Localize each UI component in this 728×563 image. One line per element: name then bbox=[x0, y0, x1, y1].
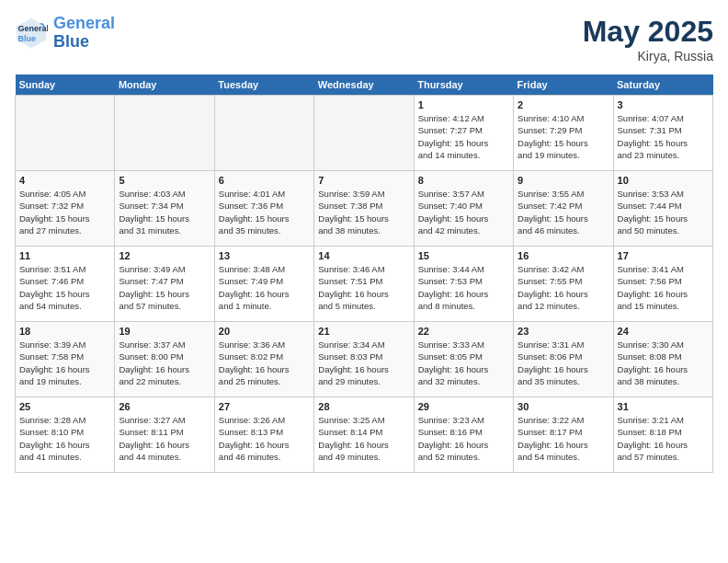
day-number: 14 bbox=[318, 250, 409, 261]
day-info: Sunrise: 4:05 AM Sunset: 7:32 PM Dayligh… bbox=[19, 188, 110, 236]
weekday-header-saturday: Saturday bbox=[613, 75, 712, 96]
day-info: Sunrise: 3:44 AM Sunset: 7:53 PM Dayligh… bbox=[418, 263, 509, 312]
day-info: Sunrise: 3:22 AM Sunset: 8:17 PM Dayligh… bbox=[518, 414, 609, 463]
calendar-cell: 5Sunrise: 4:03 AM Sunset: 7:34 PM Daylig… bbox=[115, 171, 214, 247]
location: Kirya, Russia bbox=[583, 49, 713, 63]
day-number: 21 bbox=[318, 326, 409, 337]
day-info: Sunrise: 3:53 AM Sunset: 7:44 PM Dayligh… bbox=[618, 188, 709, 236]
day-number: 18 bbox=[19, 326, 110, 337]
day-number: 22 bbox=[418, 326, 509, 337]
day-number: 17 bbox=[618, 250, 709, 261]
day-number: 29 bbox=[418, 401, 509, 412]
day-info: Sunrise: 3:57 AM Sunset: 7:40 PM Dayligh… bbox=[418, 188, 509, 236]
day-info: Sunrise: 3:41 AM Sunset: 7:56 PM Dayligh… bbox=[618, 263, 709, 312]
weekday-header-monday: Monday bbox=[115, 75, 214, 96]
day-info: Sunrise: 3:28 AM Sunset: 8:10 PM Dayligh… bbox=[19, 414, 110, 463]
day-info: Sunrise: 3:59 AM Sunset: 7:38 PM Dayligh… bbox=[318, 188, 409, 236]
day-number: 24 bbox=[618, 326, 709, 337]
day-number: 27 bbox=[219, 401, 310, 412]
day-info: Sunrise: 3:37 AM Sunset: 8:00 PM Dayligh… bbox=[119, 339, 210, 387]
day-info: Sunrise: 3:48 AM Sunset: 7:49 PM Dayligh… bbox=[219, 263, 310, 312]
day-info: Sunrise: 3:23 AM Sunset: 8:16 PM Dayligh… bbox=[418, 414, 509, 463]
calendar-cell: 9Sunrise: 3:55 AM Sunset: 7:42 PM Daylig… bbox=[514, 171, 613, 247]
logo-icon: General Blue bbox=[15, 17, 48, 50]
calendar-cell: 1Sunrise: 4:12 AM Sunset: 7:27 PM Daylig… bbox=[414, 96, 513, 171]
calendar-cell: 8Sunrise: 3:57 AM Sunset: 7:40 PM Daylig… bbox=[414, 171, 513, 247]
day-number: 7 bbox=[318, 175, 409, 186]
calendar-cell: 30Sunrise: 3:22 AM Sunset: 8:17 PM Dayli… bbox=[514, 397, 613, 473]
day-info: Sunrise: 4:01 AM Sunset: 7:36 PM Dayligh… bbox=[219, 188, 310, 236]
logo: General Blue GeneralBlue bbox=[15, 15, 115, 52]
day-number: 8 bbox=[418, 175, 509, 186]
weekday-header-sunday: Sunday bbox=[16, 75, 115, 96]
calendar-cell bbox=[214, 96, 313, 171]
day-number: 2 bbox=[518, 99, 609, 110]
day-number: 28 bbox=[318, 401, 409, 412]
weekday-header-friday: Friday bbox=[514, 75, 613, 96]
day-info: Sunrise: 3:55 AM Sunset: 7:42 PM Dayligh… bbox=[518, 188, 609, 236]
day-info: Sunrise: 3:51 AM Sunset: 7:46 PM Dayligh… bbox=[19, 263, 110, 312]
day-info: Sunrise: 4:03 AM Sunset: 7:34 PM Dayligh… bbox=[119, 188, 210, 236]
day-info: Sunrise: 4:07 AM Sunset: 7:31 PM Dayligh… bbox=[618, 112, 709, 161]
day-number: 9 bbox=[518, 175, 609, 186]
weekday-header-thursday: Thursday bbox=[414, 75, 513, 96]
calendar-cell: 18Sunrise: 3:39 AM Sunset: 7:58 PM Dayli… bbox=[16, 322, 115, 397]
day-number: 3 bbox=[618, 99, 709, 110]
calendar-cell: 6Sunrise: 4:01 AM Sunset: 7:36 PM Daylig… bbox=[214, 171, 313, 247]
calendar-cell bbox=[115, 96, 214, 171]
day-number: 26 bbox=[119, 401, 210, 412]
page-header: General Blue GeneralBlue May 2025 Kirya,… bbox=[15, 15, 713, 63]
calendar-cell: 15Sunrise: 3:44 AM Sunset: 7:53 PM Dayli… bbox=[414, 247, 513, 322]
calendar-cell: 24Sunrise: 3:30 AM Sunset: 8:08 PM Dayli… bbox=[613, 322, 712, 397]
day-info: Sunrise: 3:39 AM Sunset: 7:58 PM Dayligh… bbox=[19, 339, 110, 387]
calendar-cell: 2Sunrise: 4:10 AM Sunset: 7:29 PM Daylig… bbox=[514, 96, 613, 171]
day-number: 5 bbox=[119, 175, 210, 186]
day-info: Sunrise: 3:34 AM Sunset: 8:03 PM Dayligh… bbox=[318, 339, 409, 387]
day-number: 20 bbox=[219, 326, 310, 337]
calendar-cell: 13Sunrise: 3:48 AM Sunset: 7:49 PM Dayli… bbox=[214, 247, 313, 322]
day-number: 23 bbox=[518, 326, 609, 337]
day-info: Sunrise: 3:21 AM Sunset: 8:18 PM Dayligh… bbox=[618, 414, 709, 463]
calendar-cell: 28Sunrise: 3:25 AM Sunset: 8:14 PM Dayli… bbox=[314, 397, 414, 473]
calendar-cell: 10Sunrise: 3:53 AM Sunset: 7:44 PM Dayli… bbox=[613, 171, 712, 247]
logo-text: GeneralBlue bbox=[53, 15, 115, 52]
day-info: Sunrise: 4:10 AM Sunset: 7:29 PM Dayligh… bbox=[518, 112, 609, 161]
day-info: Sunrise: 3:46 AM Sunset: 7:51 PM Dayligh… bbox=[318, 263, 409, 312]
calendar-cell: 27Sunrise: 3:26 AM Sunset: 8:13 PM Dayli… bbox=[214, 397, 313, 473]
calendar-cell: 19Sunrise: 3:37 AM Sunset: 8:00 PM Dayli… bbox=[115, 322, 214, 397]
day-number: 4 bbox=[19, 175, 110, 186]
calendar-cell: 25Sunrise: 3:28 AM Sunset: 8:10 PM Dayli… bbox=[16, 397, 115, 473]
calendar-cell: 29Sunrise: 3:23 AM Sunset: 8:16 PM Dayli… bbox=[414, 397, 513, 473]
day-number: 12 bbox=[119, 250, 210, 261]
day-info: Sunrise: 3:36 AM Sunset: 8:02 PM Dayligh… bbox=[219, 339, 310, 387]
day-info: Sunrise: 3:30 AM Sunset: 8:08 PM Dayligh… bbox=[618, 339, 709, 387]
day-info: Sunrise: 3:42 AM Sunset: 7:55 PM Dayligh… bbox=[518, 263, 609, 312]
weekday-header-tuesday: Tuesday bbox=[214, 75, 313, 96]
month-title: May 2025 bbox=[583, 15, 713, 49]
day-number: 25 bbox=[19, 401, 110, 412]
calendar-cell: 17Sunrise: 3:41 AM Sunset: 7:56 PM Dayli… bbox=[613, 247, 712, 322]
day-number: 13 bbox=[219, 250, 310, 261]
svg-text:Blue: Blue bbox=[18, 34, 37, 43]
calendar-cell bbox=[314, 96, 414, 171]
day-info: Sunrise: 3:33 AM Sunset: 8:05 PM Dayligh… bbox=[418, 339, 509, 387]
day-info: Sunrise: 3:27 AM Sunset: 8:11 PM Dayligh… bbox=[119, 414, 210, 463]
day-info: Sunrise: 3:26 AM Sunset: 8:13 PM Dayligh… bbox=[219, 414, 310, 463]
day-number: 16 bbox=[518, 250, 609, 261]
calendar-cell: 4Sunrise: 4:05 AM Sunset: 7:32 PM Daylig… bbox=[16, 171, 115, 247]
day-number: 15 bbox=[418, 250, 509, 261]
day-number: 1 bbox=[418, 99, 509, 110]
calendar-cell: 21Sunrise: 3:34 AM Sunset: 8:03 PM Dayli… bbox=[314, 322, 414, 397]
day-number: 10 bbox=[618, 175, 709, 186]
weekday-header-wednesday: Wednesday bbox=[314, 75, 414, 96]
calendar-cell: 14Sunrise: 3:46 AM Sunset: 7:51 PM Dayli… bbox=[314, 247, 414, 322]
calendar-cell: 22Sunrise: 3:33 AM Sunset: 8:05 PM Dayli… bbox=[414, 322, 513, 397]
day-info: Sunrise: 3:31 AM Sunset: 8:06 PM Dayligh… bbox=[518, 339, 609, 387]
day-number: 6 bbox=[219, 175, 310, 186]
calendar-cell: 26Sunrise: 3:27 AM Sunset: 8:11 PM Dayli… bbox=[115, 397, 214, 473]
day-info: Sunrise: 3:49 AM Sunset: 7:47 PM Dayligh… bbox=[119, 263, 210, 312]
calendar-cell: 23Sunrise: 3:31 AM Sunset: 8:06 PM Dayli… bbox=[514, 322, 613, 397]
calendar-cell bbox=[16, 96, 115, 171]
calendar-cell: 11Sunrise: 3:51 AM Sunset: 7:46 PM Dayli… bbox=[16, 247, 115, 322]
calendar-cell: 7Sunrise: 3:59 AM Sunset: 7:38 PM Daylig… bbox=[314, 171, 414, 247]
